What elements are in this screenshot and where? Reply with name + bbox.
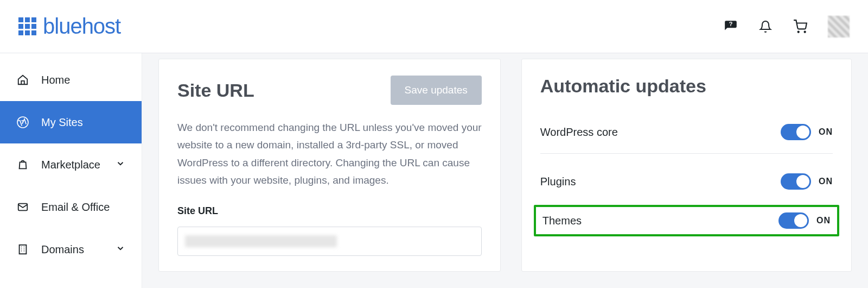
mail-icon — [16, 201, 29, 214]
cart-icon[interactable] — [793, 20, 807, 34]
avatar[interactable] — [828, 16, 850, 37]
sidebar-item-home[interactable]: Home — [0, 59, 142, 101]
home-icon — [16, 73, 29, 86]
update-row-themes-highlighted: Themes ON — [534, 205, 839, 236]
toggle-state: ON — [816, 216, 831, 226]
card-title: Automatic updates — [540, 76, 833, 97]
toggle-state: ON — [819, 177, 833, 186]
site-url-card: Site URL Save updates We don't recommend… — [158, 59, 501, 272]
sidebar-item-email-office[interactable]: Email & Office — [0, 186, 142, 228]
update-row-label: WordPress core — [540, 126, 618, 139]
sidebar-item-domains[interactable]: Domains — [0, 228, 142, 271]
building-icon — [16, 243, 29, 256]
toggle-wp-core[interactable] — [781, 124, 811, 140]
card-description: We don't recommend changing the URL unle… — [177, 119, 482, 189]
brand-name: bluehost — [43, 14, 120, 39]
wordpress-icon — [16, 116, 29, 129]
toggle-state: ON — [819, 127, 833, 137]
main-area: Site URL Save updates We don't recommend… — [142, 53, 868, 288]
svg-rect-5 — [20, 245, 27, 254]
sidebar-item-marketplace[interactable]: Marketplace — [0, 143, 142, 186]
brand-logo[interactable]: bluehost — [18, 14, 120, 39]
save-updates-button[interactable]: Save updates — [391, 76, 482, 105]
toggle-plugins[interactable] — [781, 173, 811, 190]
logo-grid-icon — [18, 17, 36, 35]
auto-updates-card: Automatic updates WordPress core ON Plug… — [521, 59, 852, 272]
chevron-down-icon — [116, 159, 125, 171]
help-chat-icon[interactable]: ? — [724, 20, 738, 34]
top-header: bluehost ? — [0, 0, 868, 53]
card-title: Site URL — [177, 80, 254, 101]
site-url-input[interactable] — [177, 227, 482, 256]
sidebar: Home My Sites Marketplace Email & Office — [0, 53, 142, 288]
sidebar-item-label: Email & Office — [41, 201, 110, 214]
toggle-themes[interactable] — [778, 212, 809, 229]
update-row-wp-core: WordPress core ON — [540, 115, 833, 149]
svg-point-2 — [805, 31, 806, 32]
bell-icon[interactable] — [758, 20, 773, 34]
update-row-label: Plugins — [540, 176, 576, 188]
sidebar-item-label: Marketplace — [41, 159, 100, 171]
update-row-plugins: Plugins ON — [540, 153, 833, 198]
svg-point-1 — [798, 31, 799, 32]
site-url-label: Site URL — [177, 205, 482, 217]
chevron-down-icon — [116, 243, 125, 256]
update-row-label: Themes — [542, 215, 582, 227]
sidebar-item-label: Domains — [41, 243, 84, 256]
sidebar-item-my-sites[interactable]: My Sites — [0, 101, 142, 143]
header-actions: ? — [724, 16, 850, 37]
main-content: Home My Sites Marketplace Email & Office — [0, 53, 868, 288]
svg-text:?: ? — [729, 20, 733, 27]
bag-icon — [16, 158, 29, 171]
sidebar-item-label: My Sites — [41, 116, 83, 129]
sidebar-item-label: Home — [41, 74, 70, 86]
